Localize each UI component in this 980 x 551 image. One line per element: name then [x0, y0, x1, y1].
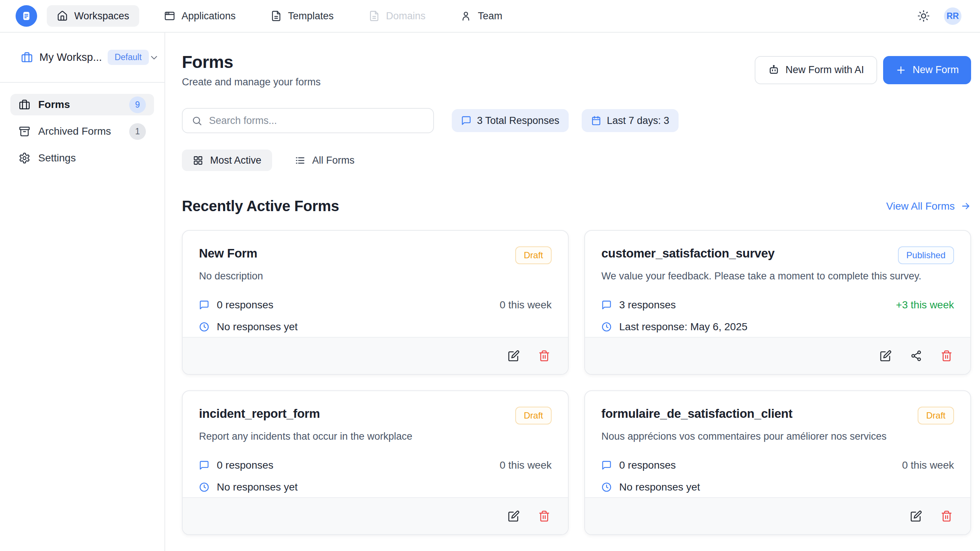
edit-button[interactable]: [880, 350, 892, 362]
sidebar-item-label: Forms: [38, 99, 70, 111]
nav-item-label: Templates: [288, 10, 334, 22]
nav-item-label: Team: [478, 10, 502, 22]
sidebar-item-archived-forms[interactable]: Archived Forms 1: [10, 121, 154, 142]
pencil-icon: [880, 350, 892, 362]
week-stat: 0 this week: [902, 459, 954, 471]
message-icon: [199, 300, 209, 310]
tab-all-forms[interactable]: All Forms: [284, 149, 365, 171]
card-footer: [585, 337, 970, 374]
user-icon: [460, 10, 471, 22]
nav-item-team[interactable]: Team: [450, 5, 512, 27]
sidebar-nav: Forms 9 Archived Forms 1 Settings: [0, 83, 164, 180]
form-card[interactable]: incident_report_form Draft Report any in…: [182, 390, 569, 535]
app-logo[interactable]: [16, 5, 37, 27]
view-tabs: Most Active All Forms: [182, 149, 971, 171]
sun-icon: [917, 10, 930, 22]
card-description: Nous apprécions vos commentaires pour am…: [601, 431, 954, 442]
edit-button[interactable]: [910, 510, 922, 522]
form-logo-icon: [20, 10, 33, 22]
responses-count: 0 responses: [619, 459, 676, 471]
new-form-with-ai-button[interactable]: New Form with AI: [755, 56, 878, 84]
card-title: customer_satisfaction_survey: [601, 246, 775, 260]
avatar-initials: RR: [947, 11, 959, 21]
file-text-icon: [270, 10, 282, 22]
archive-icon: [19, 125, 30, 137]
nav-item-domains: Domains: [359, 5, 436, 27]
toolbar: 3 Total Responses Last 7 days: 3: [182, 108, 971, 133]
grid-icon: [192, 155, 204, 166]
status-badge: Draft: [918, 407, 954, 424]
page-header: Forms Create and manage your forms New F…: [182, 52, 971, 88]
nav-item-workspaces[interactable]: Workspaces: [47, 5, 139, 27]
search-input[interactable]: [209, 115, 424, 127]
edit-button[interactable]: [508, 350, 520, 362]
search-box[interactable]: [182, 108, 434, 133]
last-response-text: No responses yet: [619, 481, 700, 493]
user-avatar[interactable]: RR: [944, 8, 961, 25]
sidebar-item-settings[interactable]: Settings: [10, 147, 154, 169]
app-window-icon: [164, 10, 175, 22]
status-badge: Published: [898, 246, 954, 264]
last-response-text: No responses yet: [217, 481, 298, 493]
responses-count: 0 responses: [217, 459, 274, 471]
tab-label: Most Active: [210, 155, 261, 166]
delete-button[interactable]: [941, 350, 953, 362]
archived-count-badge: 1: [129, 123, 146, 140]
button-label: New Form with AI: [786, 64, 864, 76]
form-card[interactable]: formulaire_de_satisfaction_client Draft …: [584, 390, 971, 535]
delete-button[interactable]: [538, 350, 550, 362]
clock-icon: [199, 482, 209, 492]
plus-icon: [896, 65, 907, 76]
nav-item-templates[interactable]: Templates: [261, 5, 344, 27]
sidebar-item-forms[interactable]: Forms 9: [10, 94, 154, 115]
view-all-forms-link[interactable]: View All Forms: [886, 200, 971, 212]
tab-most-active[interactable]: Most Active: [182, 149, 272, 171]
primary-nav: Workspaces Applications Templates Domain…: [47, 5, 512, 27]
responses-count: 0 responses: [217, 299, 274, 311]
share-button[interactable]: [910, 350, 922, 362]
link-label: View All Forms: [886, 200, 955, 212]
edit-button[interactable]: [508, 510, 520, 522]
week-stat: 0 this week: [500, 459, 552, 471]
chip-label: 3 Total Responses: [477, 115, 559, 127]
page-subtitle: Create and manage your forms: [182, 76, 321, 88]
nav-item-label: Workspaces: [74, 10, 129, 22]
robot-icon: [768, 64, 780, 76]
message-icon: [461, 115, 471, 126]
tab-label: All Forms: [312, 155, 355, 166]
section-header: Recently Active Forms View All Forms: [182, 198, 971, 214]
delete-button[interactable]: [538, 510, 550, 522]
nav-item-applications[interactable]: Applications: [154, 5, 246, 27]
new-form-button[interactable]: New Form: [883, 56, 971, 84]
pencil-icon: [508, 510, 520, 522]
last-response-text: No responses yet: [217, 321, 298, 333]
workspace-switcher[interactable]: My Worksp... Default: [0, 33, 164, 83]
form-card[interactable]: customer_satisfaction_survey Published W…: [584, 230, 971, 375]
theme-toggle-button[interactable]: [917, 10, 930, 22]
week-stat: 0 this week: [500, 299, 552, 311]
section-title: Recently Active Forms: [182, 198, 339, 214]
chip-label: Last 7 days: 3: [607, 115, 669, 127]
last-7-days-chip[interactable]: Last 7 days: 3: [582, 109, 679, 132]
page-title: Forms: [182, 52, 321, 72]
briefcase-icon: [19, 99, 30, 111]
total-responses-chip[interactable]: 3 Total Responses: [452, 109, 569, 132]
last-response-text: Last response: May 6, 2025: [619, 321, 748, 333]
clock-icon: [199, 322, 209, 332]
sidebar-item-label: Archived Forms: [38, 125, 111, 137]
forms-grid: New Form Draft No description 0 response…: [182, 230, 971, 535]
search-icon: [191, 115, 202, 126]
sidebar: My Worksp... Default Forms 9 Archived Fo…: [0, 33, 165, 551]
form-card[interactable]: New Form Draft No description 0 response…: [182, 230, 569, 375]
card-description: No description: [199, 270, 552, 282]
delete-button[interactable]: [941, 510, 953, 522]
workspace-default-badge: Default: [108, 50, 149, 65]
pencil-icon: [910, 510, 922, 522]
workspace-name: My Worksp...: [39, 51, 102, 64]
share-icon: [910, 350, 922, 362]
status-badge: Draft: [515, 246, 552, 264]
card-title: incident_report_form: [199, 407, 320, 421]
card-footer: [585, 497, 970, 534]
trash-icon: [538, 350, 550, 362]
navbar-right: RR: [917, 8, 961, 25]
